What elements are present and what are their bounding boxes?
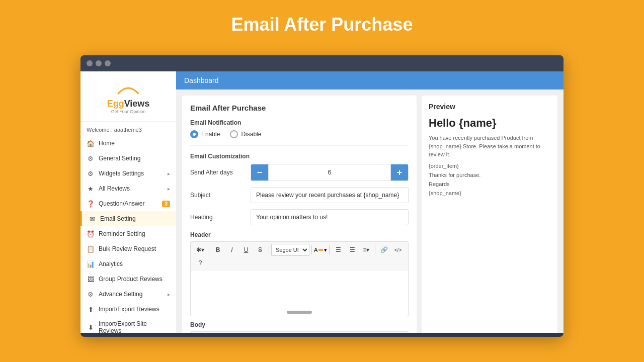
font-color-button[interactable]: A▾	[314, 244, 327, 256]
logo-subtitle: Get Your Opinion	[80, 109, 176, 114]
send-after-days-row: Send After days − 6 +	[190, 164, 409, 181]
header-editor-body[interactable]	[190, 271, 409, 316]
import-export-site-icon: ⬇	[87, 323, 95, 331]
sidebar-item-advance-setting[interactable]: ⚙ Advance Setting ▸	[80, 287, 176, 302]
radio-group: Enable Disable	[190, 130, 409, 138]
question-answer-icon: ❓	[87, 200, 95, 208]
sidebar-item-analytics[interactable]: 📊 Analytics	[80, 256, 176, 272]
welcome-text: Welcome : aaatheme3	[80, 122, 176, 136]
sidebar-item-label: Import/Export Site Reviews	[99, 320, 170, 333]
heading-row: Heading	[190, 209, 409, 225]
send-after-days-value: − 6 +	[251, 164, 409, 181]
sidebar-item-label: Home	[99, 140, 115, 147]
browser-titlebar	[80, 55, 564, 71]
preview-regards: Regards	[429, 181, 550, 187]
italic-button[interactable]: I	[225, 244, 238, 256]
email-notification-label: Email Notification	[190, 119, 409, 126]
preview-thanks: Thanks for purchase.	[429, 172, 550, 178]
subject-value	[251, 187, 409, 203]
page-title: Email After Purchase	[0, 14, 644, 35]
subject-row: Subject	[190, 187, 409, 203]
all-reviews-icon: ★	[87, 185, 95, 193]
sidebar-item-label: General Setting	[99, 155, 140, 162]
reminder-setting-icon: ⏰	[87, 230, 95, 238]
sidebar: EggViews Get Your Opinion Welcome : aaat…	[80, 71, 176, 333]
body-editor-label: Body	[190, 321, 409, 328]
email-customization-label: Email Customization	[190, 153, 409, 160]
logo-views: Views	[124, 99, 150, 109]
sep1	[209, 245, 209, 254]
preview-panel: Preview Hello {name} You have recently p…	[422, 96, 557, 333]
sidebar-item-group-product-reviews[interactable]: 🖼 Group Product Reviews	[80, 272, 176, 287]
sidebar-item-all-reviews[interactable]: ★ All Reviews ▸	[80, 181, 176, 196]
form-panel: Email After Purchase Email Notification …	[182, 96, 417, 333]
subject-input[interactable]	[251, 187, 409, 203]
sep3	[311, 245, 312, 254]
bulk-review-icon: 📋	[87, 245, 95, 253]
email-setting-icon: ✉	[88, 215, 96, 223]
dashboard-header: Dashboard	[176, 71, 564, 89]
font-select[interactable]: Segoe UI	[271, 244, 309, 256]
disable-label: Disable	[241, 131, 261, 138]
increment-button[interactable]: +	[391, 164, 408, 180]
sep5	[375, 245, 375, 254]
subject-label: Subject	[190, 192, 251, 199]
widgets-settings-icon: ⚙	[87, 169, 95, 177]
general-setting-icon: ⚙	[87, 154, 95, 162]
enable-label: Enable	[201, 131, 220, 138]
sidebar-item-general-setting[interactable]: ⚙ General Setting	[80, 151, 176, 166]
heading-input[interactable]	[251, 209, 409, 225]
editor-scrollbar	[287, 311, 312, 314]
enable-radio[interactable]: Enable	[190, 130, 220, 138]
group-product-icon: 🖼	[87, 275, 95, 283]
header-toolbar: ✱▾ B I U S Segoe UI A▾	[190, 241, 409, 271]
disable-radio-circle	[230, 130, 238, 138]
bullet-list-button[interactable]: ☰	[332, 244, 345, 256]
heading-label: Heading	[190, 214, 251, 221]
divider-1	[190, 145, 409, 146]
sidebar-item-email-setting[interactable]: ✉ Email Setting	[80, 211, 176, 226]
code-button[interactable]: </>	[391, 244, 405, 256]
link-button[interactable]: 🔗	[377, 244, 390, 256]
heading-value	[251, 209, 409, 225]
decrement-button[interactable]: −	[251, 164, 268, 180]
preview-shop-name: {shop_name}	[429, 190, 550, 196]
logo-arc-svg	[113, 81, 143, 96]
format-btn[interactable]: ✱▾	[194, 244, 207, 256]
sidebar-item-home[interactable]: 🏠 Home	[80, 136, 176, 151]
sidebar-item-label: Bulk Review Request	[99, 245, 156, 252]
body-toolbar: ✱▾ B I U S Segoe UI A▾	[190, 331, 409, 333]
browser-window: EggViews Get Your Opinion Welcome : aaat…	[80, 55, 564, 337]
day-stepper: − 6 +	[251, 164, 409, 181]
sidebar-item-widgets-settings[interactable]: ⚙ Widgets Settings ▸	[80, 166, 176, 181]
logo-text: EggViews	[80, 99, 176, 109]
sidebar-item-bulk-review-request[interactable]: 📋 Bulk Review Request	[80, 241, 176, 256]
sidebar-item-label: Email Setting	[100, 215, 136, 222]
preview-body-text: You have recently purchased Product from…	[429, 134, 550, 159]
underline-button[interactable]: U	[239, 244, 253, 256]
help-button[interactable]: ?	[194, 257, 207, 269]
color-swatch	[318, 249, 323, 251]
ordered-list-button[interactable]: ☰	[346, 244, 359, 256]
sidebar-item-label: Question/Answer	[99, 200, 144, 207]
sidebar-item-reminder-setting[interactable]: ⏰ Reminder Setting	[80, 226, 176, 241]
bold-button[interactable]: B	[211, 244, 224, 256]
analytics-icon: 📊	[87, 260, 95, 268]
chevron-down-icon-advance: ▸	[168, 292, 170, 297]
align-button[interactable]: ≡▾	[360, 244, 373, 256]
sidebar-item-import-export-reviews[interactable]: ⬆ Import/Export Reviews	[80, 302, 176, 317]
strikethrough-button[interactable]: S	[254, 244, 267, 256]
form-panel-title: Email After Purchase	[190, 104, 409, 112]
stepper-value: 6	[268, 164, 391, 180]
disable-radio[interactable]: Disable	[230, 130, 261, 138]
sidebar-item-question-answer[interactable]: ❓ Question/Answer 3	[80, 196, 176, 211]
sidebar-item-label: Import/Export Reviews	[99, 306, 159, 313]
sidebar-item-label: Group Product Reviews	[99, 276, 163, 283]
enable-radio-circle	[190, 130, 198, 138]
send-after-days-label: Send After days	[190, 169, 251, 176]
header-editor-label: Header	[190, 231, 409, 238]
chevron-down-icon: ▸	[168, 171, 170, 176]
sidebar-item-import-export-site-reviews[interactable]: ⬇ Import/Export Site Reviews	[80, 317, 176, 333]
sep4	[329, 245, 330, 254]
preview-order-item: {order_item}	[429, 163, 550, 169]
